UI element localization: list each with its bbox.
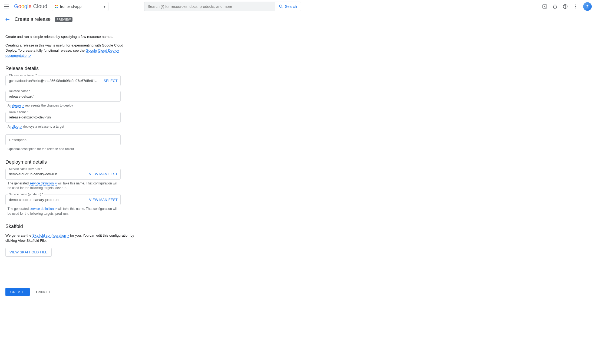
svg-line-1 bbox=[282, 7, 283, 8]
svg-point-5 bbox=[565, 7, 566, 8]
svg-point-8 bbox=[575, 8, 576, 8]
project-name: frontend-app bbox=[60, 4, 81, 9]
rollout-name-helper: A rollout↗ deploys a release to a target bbox=[8, 124, 121, 129]
svc-dev-field: Service name (dev-run) * VIEW MANIFEST bbox=[5, 169, 121, 180]
svg-point-6 bbox=[575, 4, 576, 5]
back-arrow-icon[interactable] bbox=[5, 17, 10, 22]
create-button[interactable]: CREATE bbox=[5, 288, 30, 296]
topbar: Google Cloud frontend-app ▾ Search bbox=[0, 0, 595, 13]
skaffold-text: We generate the Skaffold configuration↗ … bbox=[5, 233, 135, 243]
more-vert-icon[interactable] bbox=[573, 4, 578, 9]
intro-line-2: Creating a release in this way is useful… bbox=[5, 43, 135, 58]
external-link-icon: ↗ bbox=[29, 54, 31, 57]
project-picker[interactable]: frontend-app ▾ bbox=[52, 2, 108, 11]
logo-cloud-text: Cloud bbox=[33, 3, 47, 9]
release-name-label: Release name * bbox=[8, 89, 31, 92]
chevron-down-icon: ▾ bbox=[104, 4, 105, 9]
rollout-name-field: Rollout name * bbox=[5, 112, 121, 123]
svc-prod-helper: The generated service definition↗ will t… bbox=[8, 207, 121, 216]
hamburger-menu-icon[interactable] bbox=[3, 3, 10, 10]
service-definition-link-prod[interactable]: service definition↗ bbox=[29, 207, 57, 211]
description-input[interactable] bbox=[8, 138, 118, 142]
container-label: Choose a container * bbox=[8, 74, 38, 77]
release-name-field: Release name * bbox=[5, 91, 121, 102]
search-button[interactable]: Search bbox=[275, 2, 300, 11]
external-link-icon: ↗ bbox=[67, 234, 69, 237]
release-name-input[interactable] bbox=[8, 94, 118, 99]
svc-dev-input[interactable] bbox=[8, 172, 86, 176]
svg-point-7 bbox=[575, 6, 576, 7]
view-skaffold-file-button[interactable]: VIEW SKAFFOLD FILE bbox=[5, 248, 52, 257]
intro-line-1: Create and run a simple release by speci… bbox=[5, 34, 135, 39]
subheader: Create a release PREVIEW bbox=[0, 13, 595, 26]
deployment-details-heading: Deployment details bbox=[5, 159, 135, 165]
search-button-label: Search bbox=[285, 4, 297, 9]
description-field bbox=[5, 134, 121, 145]
cancel-button[interactable]: CANCEL bbox=[35, 288, 53, 296]
release-details-heading: Release details bbox=[5, 66, 135, 71]
description-helper: Optional description for the release and… bbox=[8, 147, 121, 151]
svc-dev-helper: The generated service definition↗ will t… bbox=[8, 181, 121, 191]
rollout-name-input[interactable] bbox=[8, 115, 118, 120]
notifications-icon[interactable] bbox=[552, 4, 558, 9]
view-manifest-prod-button[interactable]: VIEW MANIFEST bbox=[86, 198, 118, 202]
skaffold-config-link[interactable]: Skaffold configuration↗ bbox=[32, 233, 69, 238]
container-field: Choose a container * SELECT bbox=[5, 75, 121, 86]
project-icon bbox=[55, 5, 58, 8]
action-bar: CREATE CANCEL bbox=[0, 284, 595, 300]
avatar[interactable] bbox=[583, 2, 592, 11]
help-icon[interactable] bbox=[563, 4, 568, 9]
rollout-link[interactable]: rollout↗ bbox=[11, 125, 22, 129]
search-bar: Search bbox=[144, 2, 301, 11]
page-title: Create a release bbox=[15, 16, 51, 22]
service-definition-link-dev[interactable]: service definition↗ bbox=[29, 181, 57, 186]
preview-badge: PREVIEW bbox=[55, 17, 72, 22]
svc-prod-field: Service name (prod-run) * VIEW MANIFEST bbox=[5, 194, 121, 205]
external-link-icon: ↗ bbox=[54, 182, 57, 185]
release-name-helper: A release↗ represents the changes to dep… bbox=[8, 103, 121, 108]
external-link-icon: ↗ bbox=[22, 104, 24, 107]
cloud-shell-icon[interactable] bbox=[542, 4, 547, 9]
external-link-icon: ↗ bbox=[54, 207, 57, 210]
svc-dev-label: Service name (dev-run) * bbox=[8, 167, 43, 170]
release-link[interactable]: release↗ bbox=[11, 104, 24, 108]
view-manifest-dev-button[interactable]: VIEW MANIFEST bbox=[86, 172, 118, 176]
rollout-name-label: Rollout name * bbox=[8, 110, 29, 114]
container-input[interactable] bbox=[8, 78, 101, 83]
topbar-right bbox=[542, 2, 592, 11]
content: Create and run a simple release by speci… bbox=[0, 26, 141, 284]
svg-point-0 bbox=[279, 5, 282, 7]
svc-prod-label: Service name (prod-run) * bbox=[8, 193, 44, 196]
skaffold-heading: Skaffold bbox=[5, 224, 135, 229]
search-icon bbox=[279, 4, 283, 9]
google-cloud-logo[interactable]: Google Cloud bbox=[14, 3, 47, 9]
svg-point-9 bbox=[587, 5, 589, 6]
svc-prod-input[interactable] bbox=[8, 197, 86, 202]
select-container-button[interactable]: SELECT bbox=[101, 79, 118, 83]
search-input[interactable] bbox=[144, 2, 275, 11]
